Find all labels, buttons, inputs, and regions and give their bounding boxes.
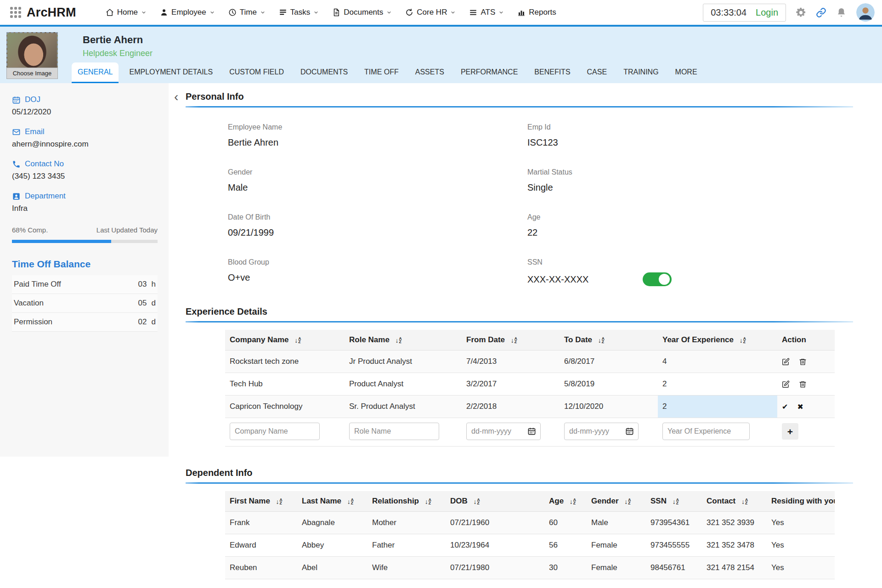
choose-image-button[interactable]: Choose Image bbox=[6, 68, 58, 79]
time-icon bbox=[228, 8, 237, 17]
gender-cell: Female bbox=[587, 557, 646, 579]
time-off-value: 03 bbox=[138, 280, 147, 289]
confirm-check-icon[interactable]: ✔ bbox=[782, 402, 788, 411]
nav-item-label: Time bbox=[240, 8, 257, 17]
last-name-cell: Abbey bbox=[297, 534, 368, 557]
column-header[interactable]: Residing with you bbox=[767, 491, 835, 512]
personal-info-field: Employee Name Bertie Ahren bbox=[228, 123, 527, 148]
column-header[interactable]: First Name ↓AZ bbox=[225, 491, 297, 512]
nav-item[interactable]: Core HR bbox=[405, 8, 455, 17]
column-header[interactable]: Age ↓AZ bbox=[544, 491, 587, 512]
profile-tab[interactable]: BENEFITS bbox=[528, 62, 576, 83]
nav-item-label: Documents bbox=[344, 8, 383, 17]
time-off-row: Permission 02 d bbox=[12, 313, 158, 332]
link-icon[interactable] bbox=[816, 7, 826, 18]
column-header[interactable]: Contact ↓AZ bbox=[702, 491, 767, 512]
experience-row: Tech Hub Product Analyst 3/2/2017 5/8/20… bbox=[225, 373, 835, 396]
reports-icon bbox=[517, 8, 526, 17]
login-button[interactable]: Login bbox=[756, 7, 778, 18]
profile-tab[interactable]: PERFORMANCE bbox=[455, 62, 524, 83]
nav-item-label: Core HR bbox=[417, 8, 447, 17]
ssn-cell: 98456761 bbox=[646, 557, 702, 579]
column-header[interactable]: Year Of Experience ↓AZ bbox=[658, 330, 777, 351]
field-value: ISC123 bbox=[527, 137, 558, 148]
add-experience-button[interactable]: + bbox=[782, 423, 798, 440]
calendar-icon bbox=[12, 96, 21, 104]
calendar-icon[interactable] bbox=[527, 427, 536, 435]
to-date-cell: 12/10/2020 bbox=[560, 396, 658, 418]
dependent-info-section: Dependent Info First Name bbox=[186, 468, 853, 579]
company-name-input[interactable] bbox=[230, 423, 320, 440]
from-date-cell: 7/4/2013 bbox=[462, 351, 560, 373]
profile-tab[interactable]: GENERAL bbox=[72, 62, 119, 83]
notifications-bell-icon[interactable] bbox=[836, 7, 847, 18]
trash-icon[interactable] bbox=[799, 380, 807, 388]
sort-icon: ↓AZ bbox=[624, 498, 631, 505]
calendar-icon[interactable] bbox=[625, 427, 634, 435]
nav-item[interactable]: Employee bbox=[160, 8, 215, 17]
last-updated-label: Last Updated Today bbox=[96, 226, 158, 234]
role-cell: Sr. Product Analyst bbox=[345, 396, 462, 418]
nav-item-label: Tasks bbox=[290, 8, 310, 17]
column-header[interactable]: Gender ↓AZ bbox=[587, 491, 646, 512]
personal-info-field: Gender Male bbox=[228, 168, 527, 193]
nav-item[interactable]: Tasks bbox=[279, 8, 318, 17]
edit-icon[interactable] bbox=[782, 380, 790, 388]
sidebar-field-label: Contact No bbox=[25, 159, 64, 169]
profile-tab[interactable]: TRAINING bbox=[617, 62, 664, 83]
first-name-cell: Edward bbox=[225, 534, 297, 557]
profile-tab[interactable]: TIME OFF bbox=[358, 62, 405, 83]
dependent-row: Edward Abbey Father 10/23/1964 56 Female… bbox=[225, 534, 835, 557]
field-value: 22 bbox=[527, 227, 537, 238]
profile-tab[interactable]: MORE bbox=[669, 62, 703, 83]
dependent-info-title: Dependent Info bbox=[186, 468, 853, 478]
time-off-unit: h bbox=[152, 280, 156, 289]
ssn-visibility-toggle[interactable] bbox=[643, 272, 672, 286]
experience-row: Rockstart tech zone Jr Product Analyst 7… bbox=[225, 351, 835, 373]
profile-tab[interactable]: EMPLOYMENT DETAILS bbox=[123, 62, 219, 83]
years-experience-input[interactable] bbox=[662, 423, 750, 440]
column-header[interactable]: Last Name ↓AZ bbox=[297, 491, 368, 512]
employee-summary-sidebar: DOJ 05/12/2020 Email ahern@innospire.com bbox=[0, 83, 169, 457]
trash-icon[interactable] bbox=[799, 358, 807, 366]
nav-item[interactable]: Time bbox=[228, 8, 265, 17]
collapse-sidebar-chevron[interactable]: ‹ bbox=[170, 89, 182, 105]
column-header[interactable]: Company Name ↓AZ bbox=[225, 330, 345, 351]
personal-info-field: Emp Id ISC123 bbox=[527, 123, 766, 148]
column-header[interactable]: Relationship ↓AZ bbox=[368, 491, 446, 512]
settings-gear-icon[interactable] bbox=[796, 7, 806, 18]
column-header[interactable]: To Date ↓AZ bbox=[560, 330, 658, 351]
main-menu: Home Employee Time Tasks bbox=[106, 8, 556, 17]
column-header[interactable]: DOB ↓AZ bbox=[446, 491, 544, 512]
field-value: Single bbox=[527, 182, 553, 193]
nav-item[interactable]: Documents bbox=[332, 8, 391, 17]
profile-tab[interactable]: CASE bbox=[581, 62, 613, 83]
column-header[interactable]: Action bbox=[777, 330, 835, 351]
nav-item-label: Home bbox=[117, 8, 138, 17]
edit-icon[interactable] bbox=[782, 358, 790, 366]
cancel-x-icon[interactable]: ✖ bbox=[797, 402, 803, 411]
nav-item[interactable]: Reports bbox=[517, 8, 556, 17]
sort-icon: ↓AZ bbox=[570, 498, 576, 505]
column-header[interactable]: From Date ↓AZ bbox=[462, 330, 560, 351]
column-header[interactable]: Role Name ↓AZ bbox=[345, 330, 462, 351]
user-avatar[interactable] bbox=[856, 3, 875, 22]
sort-icon: ↓AZ bbox=[598, 337, 605, 344]
profile-tab[interactable]: CUSTOM FIELD bbox=[223, 62, 290, 83]
age-cell: 30 bbox=[544, 557, 587, 579]
personal-info-section: Personal Info Employee Name Bertie Ahren… bbox=[186, 91, 853, 286]
profile-tab[interactable]: ASSETS bbox=[409, 62, 450, 83]
years-cell: 2 bbox=[658, 373, 777, 396]
section-divider bbox=[186, 321, 853, 322]
age-cell: 56 bbox=[544, 534, 587, 557]
profile-tab[interactable]: DOCUMENTS bbox=[294, 62, 354, 83]
nav-item[interactable]: Home bbox=[106, 8, 146, 17]
last-name-cell: Abel bbox=[297, 557, 368, 579]
employee-header-band: Choose Image Bertie Ahern Helpdesk Engin… bbox=[0, 27, 882, 83]
dob-cell: 07/21/1980 bbox=[446, 557, 544, 579]
column-header[interactable]: SSN ↓AZ bbox=[646, 491, 702, 512]
employee-job-title: Helpdesk Engineer bbox=[83, 49, 153, 58]
nav-item[interactable]: ATS bbox=[469, 8, 503, 17]
app-launcher-icon[interactable] bbox=[10, 7, 21, 18]
role-name-input[interactable] bbox=[349, 423, 439, 440]
